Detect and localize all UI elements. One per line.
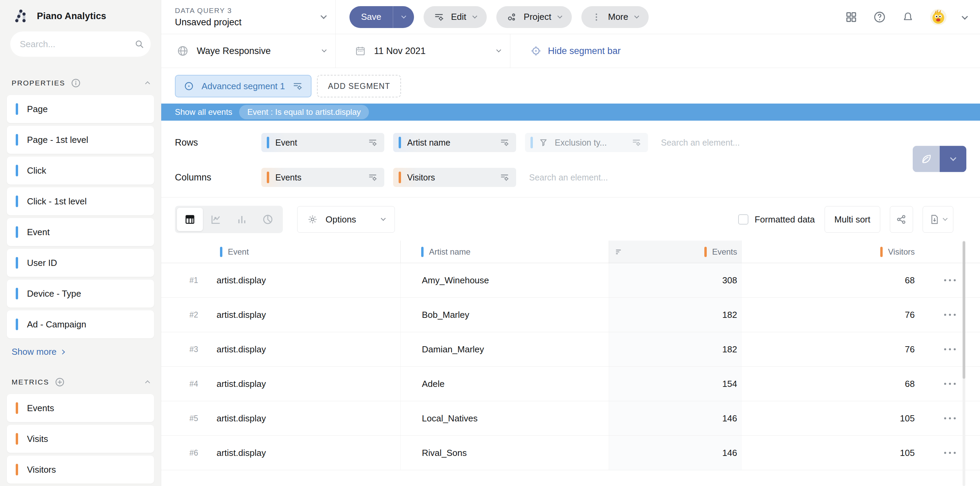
sidebar-item-click[interactable]: Click: [7, 156, 154, 185]
chevron-down-icon: [557, 13, 562, 18]
sort-desc-icon: [614, 247, 624, 257]
actions-column-header: [920, 241, 980, 263]
table-row: #5 artist.display Local_Natives 146 105: [161, 401, 980, 436]
sliders-gear-icon[interactable]: [368, 173, 377, 182]
row-menu-button[interactable]: [939, 276, 961, 285]
info-icon[interactable]: [71, 78, 81, 88]
collapse-chevron-icon[interactable]: [146, 79, 149, 87]
row-chip-exclusion-type[interactable]: Exclusion ty...: [525, 133, 648, 152]
sidebar-metric-events[interactable]: Events: [7, 394, 154, 422]
site-selector[interactable]: Waye Responsive: [161, 34, 336, 68]
save-menu-button[interactable]: [393, 6, 414, 28]
options-button[interactable]: Options: [297, 206, 395, 233]
sidebar-item-user-id[interactable]: User ID: [7, 249, 154, 277]
more-button[interactable]: More: [581, 6, 649, 28]
property-color-bar: [16, 165, 18, 176]
account-menu-button[interactable]: [963, 14, 967, 20]
table-view-icon: [184, 214, 196, 225]
results-table: Event Artist name Events Visitors: [161, 241, 980, 486]
row-menu-button[interactable]: [939, 414, 961, 423]
sliders-gear-icon[interactable]: [500, 138, 509, 147]
sliders-gear-icon[interactable]: [500, 173, 509, 182]
org-icon: [507, 12, 517, 22]
property-color-bar: [16, 319, 18, 330]
date-range-selector[interactable]: 11 Nov 2021: [336, 34, 510, 68]
table-header-row: Event Artist name Events Visitors: [161, 241, 980, 263]
apps-grid-icon[interactable]: [845, 11, 858, 23]
formatted-data-checkbox[interactable]: [738, 214, 748, 225]
column-header-label: Visitors: [888, 247, 915, 257]
export-button[interactable]: [923, 206, 953, 233]
help-icon[interactable]: [873, 11, 886, 24]
apply-menu-button[interactable]: [940, 146, 966, 172]
edit-button[interactable]: Edit: [423, 6, 487, 28]
line-chart-view-button[interactable]: [203, 208, 229, 231]
columns-element-search-input[interactable]: [529, 173, 721, 183]
row-chip-event[interactable]: Event: [261, 133, 384, 152]
column-header-label: Events: [712, 247, 737, 257]
project-button[interactable]: Project: [496, 6, 572, 28]
plus-circle-icon[interactable]: [55, 377, 65, 387]
sidebar-search[interactable]: [10, 32, 151, 57]
toolbar-right: Formatted data Multi sort: [738, 206, 953, 233]
metric-color-bar: [16, 402, 18, 414]
sidebar-item-page-1st-level[interactable]: Page - 1st level: [7, 126, 154, 154]
show-more-label: Show more: [12, 347, 57, 357]
collapse-chevron-icon[interactable]: [146, 378, 149, 386]
rows-element-search-input[interactable]: [661, 138, 852, 148]
sidebar-item-device-type[interactable]: Device - Type: [7, 280, 154, 308]
events-column-header[interactable]: Events: [609, 241, 742, 263]
row-chip-artist-name[interactable]: Artist name: [393, 133, 516, 152]
add-segment-button[interactable]: ADD SEGMENT: [317, 75, 401, 97]
table-view-button[interactable]: [177, 208, 203, 231]
hide-segment-bar-button[interactable]: Hide segment bar: [510, 45, 620, 57]
avatar[interactable]: [930, 8, 947, 25]
row-menu-button[interactable]: [939, 448, 961, 457]
filter-condition-chip[interactable]: Event : Is equal to artist.display: [239, 105, 369, 119]
row-menu-button[interactable]: [939, 345, 961, 354]
bell-icon[interactable]: [902, 11, 914, 23]
property-color-bar: [530, 137, 533, 148]
row-rank: #2: [161, 298, 212, 332]
sliders-gear-icon[interactable]: [368, 138, 377, 147]
save-button[interactable]: Save: [350, 6, 393, 28]
sidebar-metric-visits[interactable]: Visits: [7, 425, 154, 453]
context-bar: Waye Responsive 11 Nov 2021 Hide segment…: [161, 34, 980, 68]
sidebar-item-event[interactable]: Event: [7, 218, 154, 246]
cell-visitors: 76: [742, 298, 920, 332]
show-more-link[interactable]: Show more: [12, 347, 149, 357]
sidebar-item-page[interactable]: Page: [7, 95, 154, 123]
query-selector[interactable]: DATA QUERY 3 Unsaved project: [161, 0, 336, 34]
sidebar-metric-visitors[interactable]: Visitors: [7, 456, 154, 484]
column-chip-visitors[interactable]: Visitors: [393, 168, 516, 187]
sidebar-item-ad-campaign[interactable]: Ad - Campaign: [7, 310, 154, 338]
row-menu-button[interactable]: [939, 379, 961, 388]
sliders-gear-icon[interactable]: [632, 138, 641, 147]
property-color-bar: [16, 103, 18, 115]
sidebar-item-label: Events: [27, 403, 54, 414]
segment-bar: Advanced segment 1 ADD SEGMENT: [161, 68, 980, 104]
eco-run-button[interactable]: [913, 146, 940, 172]
table-scrollbar[interactable]: [963, 241, 965, 486]
sidebar-item-label: Page - 1st level: [27, 135, 88, 145]
bar-chart-view-button[interactable]: [229, 208, 255, 231]
scrollbar-thumb[interactable]: [963, 241, 965, 379]
sliders-gear-icon[interactable]: [293, 81, 303, 91]
multi-sort-button[interactable]: Multi sort: [824, 206, 880, 233]
rows-row: Rows Event Artist name: [175, 133, 980, 152]
chevron-down-icon: [473, 13, 477, 18]
row-menu-button[interactable]: [939, 310, 961, 319]
top-right-icons: [845, 8, 980, 25]
column-chip-events[interactable]: Events: [261, 168, 384, 187]
kebab-icon: [592, 12, 601, 22]
chevron-down-icon: [634, 13, 639, 18]
pie-chart-view-button[interactable]: [255, 208, 281, 231]
visitors-column-header[interactable]: Visitors: [742, 241, 920, 263]
event-column-header[interactable]: Event: [212, 241, 400, 263]
sidebar-item-click-1st-level[interactable]: Click - 1st level: [7, 187, 154, 215]
artist-name-column-header[interactable]: Artist name: [400, 241, 609, 263]
share-button[interactable]: [890, 206, 913, 233]
search-input[interactable]: [20, 39, 134, 49]
bar-chart-icon: [236, 214, 248, 225]
advanced-segment-chip[interactable]: Advanced segment 1: [175, 75, 312, 97]
